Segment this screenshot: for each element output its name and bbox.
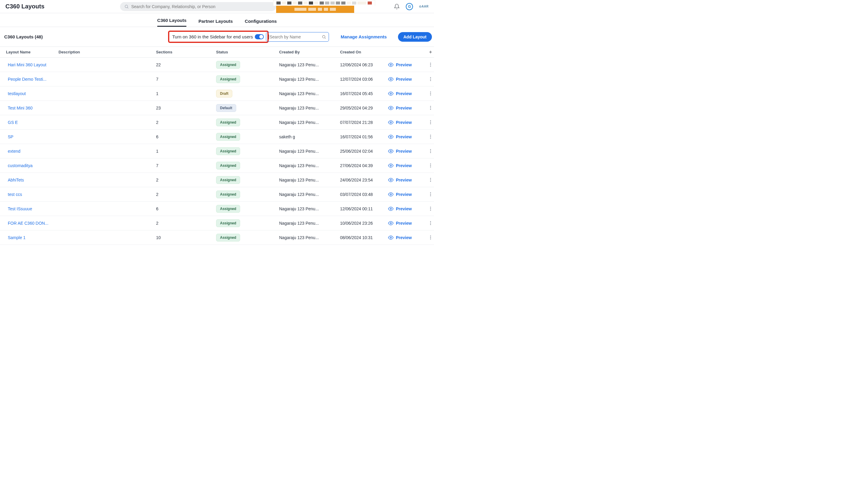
- created-on-cell: 10/06/2024 23:26: [340, 221, 388, 226]
- tab-partner-layouts[interactable]: Partner Layouts: [198, 19, 233, 27]
- table-row: extend1AssignedNagaraju 123 Penu...25/06…: [0, 144, 434, 158]
- preview-label: Preview: [396, 206, 412, 211]
- eye-icon: [388, 76, 393, 82]
- global-search-input[interactable]: [131, 4, 272, 9]
- row-menu-button[interactable]: [427, 77, 434, 81]
- table-row: SP6Assignedsaketh g16/07/2024 01:56Previ…: [0, 130, 434, 144]
- header-actions: G ⊙AAR: [394, 3, 429, 10]
- table-row: AbhiTets2AssignedNagaraju 123 Penu...24/…: [0, 173, 434, 187]
- preview-button[interactable]: Preview: [388, 134, 427, 140]
- preview-label: Preview: [396, 134, 412, 139]
- layout-name-link[interactable]: Hari Mini 360 Layout: [8, 63, 46, 67]
- svg-point-11: [390, 136, 392, 138]
- layout-name-link[interactable]: testlayout: [8, 91, 26, 96]
- row-menu-button[interactable]: [427, 207, 434, 211]
- svg-point-15: [390, 194, 392, 195]
- layout-name-link[interactable]: GS E: [8, 120, 18, 125]
- row-menu-button[interactable]: [427, 120, 434, 124]
- add-layout-button[interactable]: Add Layout: [398, 32, 432, 42]
- layouts-count-label: C360 Layouts (48): [4, 34, 43, 39]
- col-created-on: Created On: [340, 50, 388, 54]
- bell-icon[interactable]: [394, 4, 400, 9]
- svg-point-6: [390, 64, 392, 66]
- global-search[interactable]: [120, 2, 276, 11]
- preview-button[interactable]: Preview: [388, 192, 427, 197]
- row-menu-button[interactable]: [427, 192, 434, 196]
- eye-icon: [388, 91, 393, 96]
- layout-name-link[interactable]: People Demo Testi...: [8, 77, 47, 81]
- preview-label: Preview: [396, 63, 412, 67]
- row-menu-button[interactable]: [427, 106, 434, 110]
- created-by-cell: Nagaraju 123 Penu...: [279, 149, 340, 154]
- created-on-cell: 12/06/2024 06:23: [340, 63, 388, 67]
- created-on-cell: 16/07/2024 05:45: [340, 91, 388, 96]
- table-row: Sample 110AssignedNagaraju 123 Penu...08…: [0, 230, 434, 245]
- eye-icon: [388, 206, 393, 212]
- created-on-cell: 24/06/2024 23:54: [340, 178, 388, 182]
- row-menu-button[interactable]: [427, 164, 434, 167]
- manage-assignments-link[interactable]: Manage Assignments: [341, 34, 387, 39]
- preview-button[interactable]: Preview: [388, 76, 427, 82]
- created-on-cell: 29/05/2024 04:29: [340, 106, 388, 110]
- row-menu-button[interactable]: [427, 221, 434, 225]
- status-badge: Assigned: [216, 191, 240, 198]
- row-menu-button[interactable]: [427, 92, 434, 95]
- layout-name-link[interactable]: extend: [8, 149, 20, 154]
- layout-name-link[interactable]: Test Mini 360: [8, 106, 32, 110]
- created-on-cell: 27/06/2024 04:39: [340, 163, 388, 168]
- created-on-cell: 07/07/2024 21:28: [340, 120, 388, 125]
- preview-button[interactable]: Preview: [388, 177, 427, 183]
- tab-c360-layouts[interactable]: C360 Layouts: [157, 18, 187, 27]
- preview-button[interactable]: Preview: [388, 91, 427, 96]
- preview-button[interactable]: Preview: [388, 62, 427, 68]
- eye-icon: [388, 105, 393, 111]
- table-row: test ccs2AssignedNagaraju 123 Penu...03/…: [0, 187, 434, 202]
- name-search[interactable]: [266, 32, 329, 42]
- svg-point-18: [390, 237, 392, 238]
- tab-configurations[interactable]: Configurations: [245, 19, 277, 27]
- created-on-cell: 16/07/2024 01:56: [340, 134, 388, 139]
- eye-icon: [388, 148, 393, 154]
- layout-tabs: C360 Layouts Partner Layouts Configurati…: [0, 13, 434, 27]
- decorative-overlay: [273, 0, 375, 13]
- row-menu-button[interactable]: [427, 178, 434, 182]
- sidebar-360-toggle[interactable]: [255, 34, 264, 39]
- sections-cell: 2: [156, 221, 216, 226]
- status-badge: Draft: [216, 90, 232, 98]
- row-menu-button[interactable]: [427, 236, 434, 239]
- layout-name-link[interactable]: FOR AE C360 DON...: [8, 221, 48, 226]
- layout-name-link[interactable]: Sample 1: [8, 235, 25, 240]
- g-icon[interactable]: G: [406, 3, 413, 10]
- row-menu-button[interactable]: [427, 135, 434, 139]
- layout-name-link[interactable]: SP: [8, 134, 14, 139]
- name-search-input[interactable]: [269, 34, 322, 39]
- sections-cell: 7: [156, 163, 216, 168]
- svg-line-3: [325, 38, 326, 39]
- status-badge: Assigned: [216, 147, 240, 155]
- sections-cell: 22: [156, 63, 216, 67]
- layout-name-link[interactable]: AbhiTets: [8, 178, 24, 182]
- row-menu-button[interactable]: [427, 149, 434, 153]
- preview-button[interactable]: Preview: [388, 120, 427, 125]
- table-row: customaditya7AssignedNagaraju 123 Penu..…: [0, 158, 434, 173]
- add-column-button[interactable]: [427, 50, 434, 54]
- preview-button[interactable]: Preview: [388, 221, 427, 226]
- layout-name-link[interactable]: Test ISsuuue: [8, 206, 32, 211]
- table-row: testlayout1DraftNagaraju 123 Penu...16/0…: [0, 87, 434, 101]
- layout-name-link[interactable]: customaditya: [8, 163, 32, 168]
- sidebar-360-toggle-label: Turn on 360 in the Sidebar for end users: [172, 34, 253, 39]
- preview-button[interactable]: Preview: [388, 235, 427, 240]
- preview-button[interactable]: Preview: [388, 163, 427, 168]
- status-badge: Assigned: [216, 133, 240, 141]
- sections-cell: 2: [156, 192, 216, 197]
- svg-point-0: [125, 5, 128, 7]
- created-by-cell: Nagaraju 123 Penu...: [279, 178, 340, 182]
- svg-point-16: [390, 208, 392, 210]
- preview-button[interactable]: Preview: [388, 105, 427, 111]
- layout-name-link[interactable]: test ccs: [8, 192, 22, 197]
- preview-button[interactable]: Preview: [388, 148, 427, 154]
- col-description: Description: [58, 50, 156, 54]
- row-menu-button[interactable]: [427, 63, 434, 67]
- preview-button[interactable]: Preview: [388, 206, 427, 212]
- search-icon: [124, 4, 129, 9]
